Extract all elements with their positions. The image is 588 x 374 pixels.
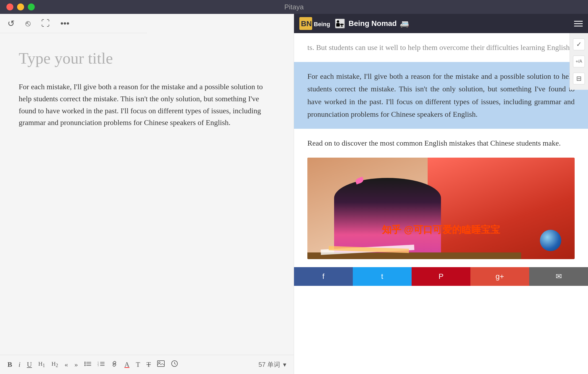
h1-button[interactable]: H1: [38, 360, 45, 368]
text-font-icon[interactable]: T: [136, 361, 140, 369]
quote-open-icon[interactable]: «: [64, 361, 68, 369]
brand-name-text: Being Nomad: [349, 19, 397, 28]
word-count-dropdown[interactable]: ▾: [283, 361, 286, 368]
hamburger-menu[interactable]: [574, 21, 583, 26]
window-title: Pitaya: [284, 3, 304, 11]
editor-content[interactable]: For each mistake, I'll give both a reaso…: [19, 81, 275, 129]
text-color-icon[interactable]: A: [124, 361, 129, 369]
article-intro: ts. But students can use it well to help…: [294, 33, 588, 62]
strikethrough-icon[interactable]: T: [146, 361, 151, 369]
email-share-button[interactable]: ✉: [529, 267, 588, 286]
editor-area[interactable]: Type your title For each mistake, I'll g…: [0, 33, 294, 355]
brand-logo-svg: BN Being: [299, 17, 331, 30]
browser-header: BN Being 👨‍👧 Being Nomad 🚐: [294, 14, 588, 33]
share-icon[interactable]: ⎋: [25, 18, 30, 28]
article-image: 知乎 @可口可爱的瞌睡宝宝: [307, 158, 575, 259]
format-toolbar: B i U H1 H2 « » 123 A T T: [0, 355, 294, 374]
hamburger-line-2: [574, 23, 583, 24]
hamburger-line-3: [574, 26, 583, 26]
expand-icon[interactable]: ⛶: [41, 18, 50, 28]
svg-rect-4: [84, 363, 86, 364]
titlebar: Pitaya: [0, 0, 588, 14]
link-icon[interactable]: [111, 361, 118, 369]
hamburger-line-1: [574, 21, 583, 22]
pinterest-share-button[interactable]: P: [412, 267, 470, 286]
svg-text:Being: Being: [314, 21, 330, 28]
van-icon: 🚐: [400, 19, 409, 28]
underline-button[interactable]: U: [27, 361, 32, 369]
social-share-bar: f t P g+ ✉: [294, 267, 588, 286]
editor-toolbar: ↺ ⎋ ⛶ •••: [0, 14, 147, 33]
svg-rect-3: [84, 362, 86, 363]
quote-close-icon[interactable]: »: [74, 361, 78, 369]
add-translation-icon[interactable]: +/A: [573, 56, 585, 67]
editor-title-placeholder[interactable]: Type your title: [19, 49, 275, 68]
facebook-share-button[interactable]: f: [294, 267, 353, 286]
twitter-share-button[interactable]: t: [353, 267, 412, 286]
svg-text:3: 3: [98, 364, 99, 367]
filter-icon[interactable]: ⊟: [573, 73, 585, 84]
italic-button[interactable]: i: [18, 361, 20, 369]
timestamp-icon[interactable]: [171, 360, 178, 369]
close-button[interactable]: [6, 3, 13, 10]
svg-rect-5: [84, 365, 86, 366]
svg-rect-12: [157, 361, 164, 367]
list-ul-icon[interactable]: [84, 361, 91, 369]
svg-text:BN: BN: [301, 20, 312, 28]
right-panel: BN Being 👨‍👧 Being Nomad 🚐 ts. But stude…: [294, 14, 588, 374]
refresh-icon[interactable]: ↺: [7, 18, 15, 29]
side-panel-icons: ✓ +/A ⊟: [570, 33, 588, 90]
maximize-button[interactable]: [28, 3, 35, 10]
h2-button[interactable]: H2: [51, 360, 58, 368]
globe-decoration: [540, 230, 561, 251]
brand-person-icon: 👨‍👧: [335, 18, 345, 29]
googleplus-share-button[interactable]: g+: [470, 267, 529, 286]
browser-content[interactable]: ts. But students can use it well to help…: [294, 33, 588, 374]
highlighted-paragraph: For each mistake, I'll give both a reaso…: [294, 62, 588, 129]
list-ol-icon[interactable]: 123: [98, 361, 105, 369]
bold-button[interactable]: B: [7, 361, 12, 369]
article-read-on: Read on to discover the most common Engl…: [294, 129, 588, 158]
brand-logo: BN Being 👨‍👧 Being Nomad 🚐: [299, 17, 409, 30]
traffic-lights: [6, 3, 35, 10]
more-icon[interactable]: •••: [60, 18, 69, 28]
article-image-container: 知乎 @可口可爱的瞌睡宝宝: [294, 158, 588, 267]
watermark: 知乎 @可口可爱的瞌睡宝宝: [382, 223, 500, 236]
minimize-button[interactable]: [17, 3, 24, 10]
watermark-text: 知乎 @可口可爱的瞌睡宝宝: [382, 223, 500, 236]
main-layout: ↺ ⎋ ⛶ ••• Type your title For each mista…: [0, 14, 588, 374]
check-icon[interactable]: ✓: [573, 38, 585, 50]
left-panel: ↺ ⎋ ⛶ ••• Type your title For each mista…: [0, 14, 294, 374]
word-count: 57 单词 ▾: [258, 360, 286, 369]
image-icon[interactable]: [157, 360, 165, 369]
svg-line-16: [175, 364, 176, 364]
